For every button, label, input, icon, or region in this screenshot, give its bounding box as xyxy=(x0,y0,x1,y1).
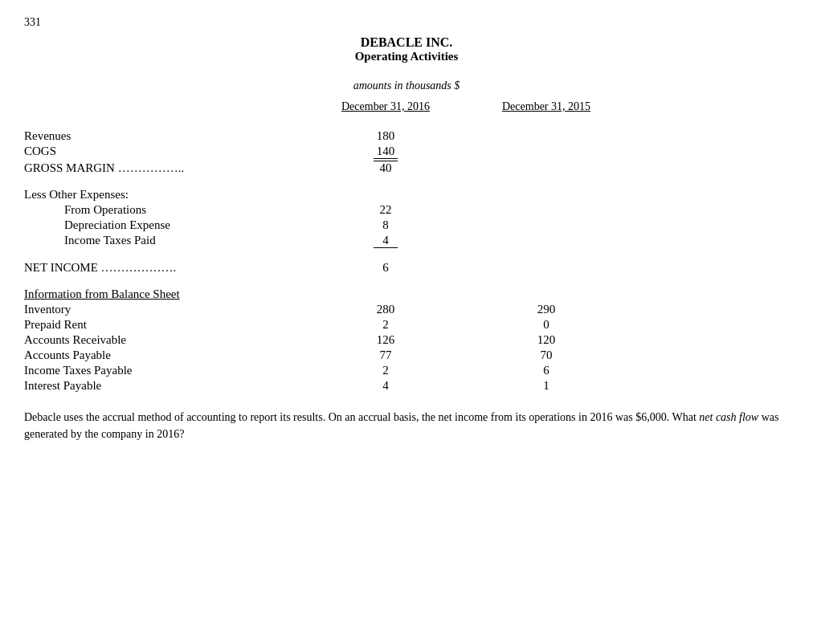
row-label-interest-payable: Interest Payable xyxy=(24,379,305,393)
row-label-net-income: NET INCOME ………………. xyxy=(24,261,305,275)
row-label-income-taxes-paid: Income Taxes Paid xyxy=(24,234,305,247)
row-value-accounts-receivable-2015: 120 xyxy=(466,333,627,347)
balance-sheet-section-label: Information from Balance Sheet xyxy=(24,287,305,301)
footnote: Debacle uses the accrual method of accou… xyxy=(24,409,789,442)
header: DEBACLE INC. Operating Activities xyxy=(24,35,789,63)
row-value-prepaid-rent-2016: 2 xyxy=(305,318,466,332)
table-row: From Operations 22 xyxy=(24,203,789,217)
table-row: Interest Payable 4 1 xyxy=(24,379,789,393)
row-label-accounts-receivable: Accounts Receivable xyxy=(24,333,305,347)
footnote-italic-text: net cash flow xyxy=(699,411,758,423)
row-value-interest-payable-2016: 4 xyxy=(305,379,466,393)
row-label-depreciation: Depreciation Expense xyxy=(24,218,305,232)
col-header-2015: December 31, 2015 xyxy=(466,100,627,113)
table-row: Revenues 180 xyxy=(24,129,789,143)
row-value-accounts-payable-2015: 70 xyxy=(466,348,627,362)
table-row: GROSS MARGIN …………….. 40 xyxy=(24,161,789,175)
page-number: 331 xyxy=(24,16,789,29)
row-label-prepaid-rent: Prepaid Rent xyxy=(24,318,305,332)
col-header-2016: December 31, 2016 xyxy=(305,100,466,113)
row-label-accounts-payable: Accounts Payable xyxy=(24,348,305,362)
table-row: Depreciation Expense 8 xyxy=(24,218,789,232)
row-label-gross-margin: GROSS MARGIN …………….. xyxy=(24,161,305,175)
amounts-note: amounts in thousands $ xyxy=(24,79,789,92)
row-value-accounts-receivable-2016: 126 xyxy=(305,333,466,347)
table-row: NET INCOME ………………. 6 xyxy=(24,261,789,275)
table-row: Information from Balance Sheet xyxy=(24,287,789,301)
company-name: DEBACLE INC. xyxy=(24,35,789,50)
row-value-prepaid-rent-2015: 0 xyxy=(466,318,627,332)
row-label-revenues: Revenues xyxy=(24,129,305,143)
row-label-cogs: COGS xyxy=(24,145,305,158)
table-row: Income Taxes Payable 2 6 xyxy=(24,364,789,377)
row-value-inventory-2016: 280 xyxy=(305,303,466,316)
table-row: Prepaid Rent 2 0 xyxy=(24,318,789,332)
row-label-income-taxes-payable: Income Taxes Payable xyxy=(24,364,305,377)
row-value-income-taxes-payable-2016: 2 xyxy=(305,364,466,377)
row-value-gross-margin-2016: 40 xyxy=(305,161,466,175)
footnote-text-before-italic: Debacle uses the accrual method of accou… xyxy=(24,411,699,423)
table-row: Income Taxes Paid 4 xyxy=(24,234,789,248)
row-label-inventory: Inventory xyxy=(24,303,305,316)
section-title: Operating Activities xyxy=(24,50,789,63)
row-value-from-operations-2016: 22 xyxy=(305,203,466,217)
row-value-income-taxes-paid-2016: 4 xyxy=(305,234,466,248)
row-value-net-income-2016: 6 xyxy=(305,261,466,275)
table-row: Accounts Receivable 126 120 xyxy=(24,333,789,347)
row-value-revenues-2016: 180 xyxy=(305,129,466,143)
row-value-income-taxes-payable-2015: 6 xyxy=(466,364,627,377)
table-row: Accounts Payable 77 70 xyxy=(24,348,789,362)
table-row: Less Other Expenses: xyxy=(24,188,789,202)
financial-table: Revenues 180 COGS 140 GROSS MARGIN ……………… xyxy=(24,129,789,393)
row-value-interest-payable-2015: 1 xyxy=(466,379,627,393)
row-label-from-operations: From Operations xyxy=(24,203,305,217)
table-row: COGS 140 xyxy=(24,145,789,159)
other-expenses-label: Less Other Expenses: xyxy=(24,188,305,202)
row-value-accounts-payable-2016: 77 xyxy=(305,348,466,362)
row-value-depreciation-2016: 8 xyxy=(305,218,466,232)
table-row: Inventory 280 290 xyxy=(24,303,789,316)
column-headers: December 31, 2016 December 31, 2015 xyxy=(305,100,789,113)
row-value-inventory-2015: 290 xyxy=(466,303,627,316)
row-value-cogs-2016: 140 xyxy=(305,145,466,159)
